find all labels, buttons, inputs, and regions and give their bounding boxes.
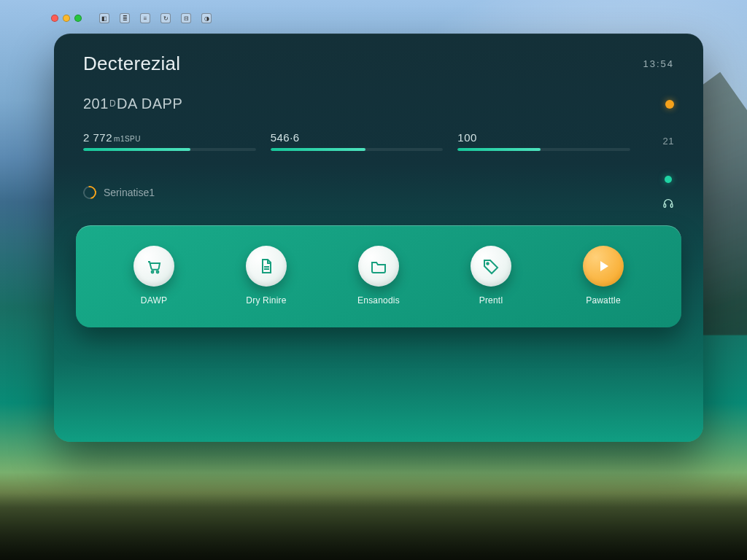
section-row: Serinatise1 <box>54 151 703 209</box>
status-dot-teal <box>665 176 672 183</box>
traffic-zoom[interactable] <box>74 15 82 22</box>
headset-icon[interactable] <box>662 198 674 209</box>
action-dock-wrap: DAWP Dry Rinire Ensanodis Prentl <box>54 209 703 327</box>
action-dry[interactable]: Dry Rinire <box>210 246 322 306</box>
action-dry-label: Dry Rinire <box>246 295 286 306</box>
menubar-icon-6[interactable]: ◑ <box>201 13 212 23</box>
app-window: Decterezial 13:54 201DDA DAPP 2 772m1SPU… <box>54 34 703 442</box>
traffic-close[interactable] <box>51 15 58 22</box>
stat-2-value: 546·6 <box>271 131 300 144</box>
traffic-minimize[interactable] <box>63 15 70 22</box>
svg-point-4 <box>487 262 489 265</box>
svg-rect-1 <box>670 204 673 208</box>
stat-4-value: 21 <box>645 136 674 151</box>
stat-3[interactable]: 100 <box>457 131 630 151</box>
subtitle-pre: 201 <box>83 96 109 112</box>
svg-point-2 <box>152 271 154 273</box>
action-pawatte-label: Pawattle <box>586 295 621 306</box>
menubar-icon-5[interactable]: ⊟ <box>181 13 191 23</box>
document-icon <box>246 246 287 287</box>
stat-3-bar <box>457 148 630 151</box>
folder-icon <box>358 246 399 287</box>
menubar-icon-1[interactable]: ◧ <box>99 13 109 23</box>
header-clock: 13:54 <box>643 58 674 69</box>
tag-icon <box>471 246 511 287</box>
action-prent[interactable]: Prentl <box>435 246 547 306</box>
laptop-keyboard-edge <box>0 472 747 560</box>
window-header: Decterezial 13:54 <box>54 34 703 79</box>
stat-1-value: 2 772 <box>83 131 112 144</box>
subtitle-post: DA DAPP <box>117 96 182 112</box>
status-dot-orange <box>665 100 674 109</box>
cart-icon <box>133 246 174 287</box>
stat-1-unit: m1SPU <box>114 135 141 143</box>
section-label-group[interactable]: Serinatise1 <box>83 186 155 199</box>
svg-rect-0 <box>664 204 666 208</box>
play-icon <box>583 246 624 287</box>
subtitle: 201DDA DAPP <box>83 96 182 112</box>
action-prent-label: Prentl <box>479 295 503 306</box>
menubar-icon-2[interactable]: ≣ <box>120 13 130 23</box>
action-pawatte[interactable]: Pawattle <box>547 246 659 306</box>
menubar-icon-3[interactable]: ≡ <box>140 13 150 23</box>
stat-3-value: 100 <box>457 131 477 144</box>
section-label: Serinatise1 <box>104 187 155 198</box>
window-traffic-lights <box>51 15 82 22</box>
stat-2-bar <box>271 148 444 151</box>
action-dock: DAWP Dry Rinire Ensanodis Prentl <box>76 225 681 327</box>
subtitle-small: D <box>109 98 116 109</box>
stat-1-bar <box>83 148 256 151</box>
os-menubar: ◧ ≣ ≡ ↻ ⊟ ◑ <box>51 10 212 26</box>
menubar-icon-4[interactable]: ↻ <box>160 13 171 23</box>
action-ensamble[interactable]: Ensanodis <box>322 246 435 306</box>
svg-point-3 <box>157 271 159 273</box>
stat-2[interactable]: 546·6 <box>271 131 444 151</box>
refresh-icon <box>80 183 98 201</box>
stat-1[interactable]: 2 772m1SPU <box>83 131 256 151</box>
side-indicator-group <box>662 176 674 209</box>
action-dawp[interactable]: DAWP <box>98 246 210 306</box>
action-dawp-label: DAWP <box>141 295 167 306</box>
action-ensamble-label: Ensanodis <box>357 295 400 306</box>
subheader-row: 201DDA DAPP <box>54 79 703 112</box>
stats-row: 2 772m1SPU 546·6 100 21 <box>54 112 703 151</box>
stat-4: 21 <box>645 136 674 151</box>
app-title: Decterezial <box>83 52 180 75</box>
